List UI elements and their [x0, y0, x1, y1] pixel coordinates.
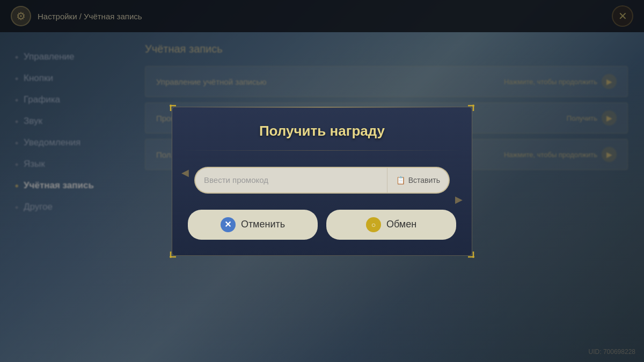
corner-br	[462, 245, 474, 258]
cancel-x-icon: ✕	[221, 217, 236, 232]
modal-footer: ✕ Отменить ○ Обмен	[172, 210, 472, 256]
svg-point-1	[472, 105, 474, 107]
promo-input-wrapper: 📋 Вставить	[194, 167, 450, 194]
cancel-label: Отменить	[241, 219, 285, 230]
svg-point-3	[472, 256, 474, 258]
input-arrow-right-icon: ▶	[455, 194, 463, 205]
paste-icon: 📋	[396, 176, 405, 184]
exchange-o-icon: ○	[366, 217, 381, 232]
paste-label: Вставить	[408, 176, 440, 184]
svg-point-0	[170, 105, 172, 107]
modal-header: Получить награду	[172, 108, 472, 150]
modal-title: Получить награду	[188, 123, 456, 139]
paste-button[interactable]: 📋 Вставить	[387, 168, 449, 193]
modal-separator	[182, 150, 462, 151]
corner-bl	[170, 245, 182, 258]
exchange-button[interactable]: ○ Обмен	[326, 210, 456, 240]
modal-dialog: Получить награду ◀ 📋 Вставить ▶ ✕ Отмени…	[172, 107, 472, 256]
svg-point-2	[170, 256, 172, 258]
promo-input[interactable]	[195, 168, 387, 193]
corner-tl	[170, 105, 182, 117]
corner-tr	[462, 105, 474, 117]
cancel-button[interactable]: ✕ Отменить	[188, 210, 318, 240]
exchange-label: Обмен	[386, 219, 416, 230]
modal-body: ◀ 📋 Вставить ▶	[172, 161, 472, 210]
input-arrow-left-icon: ◀	[181, 167, 189, 179]
